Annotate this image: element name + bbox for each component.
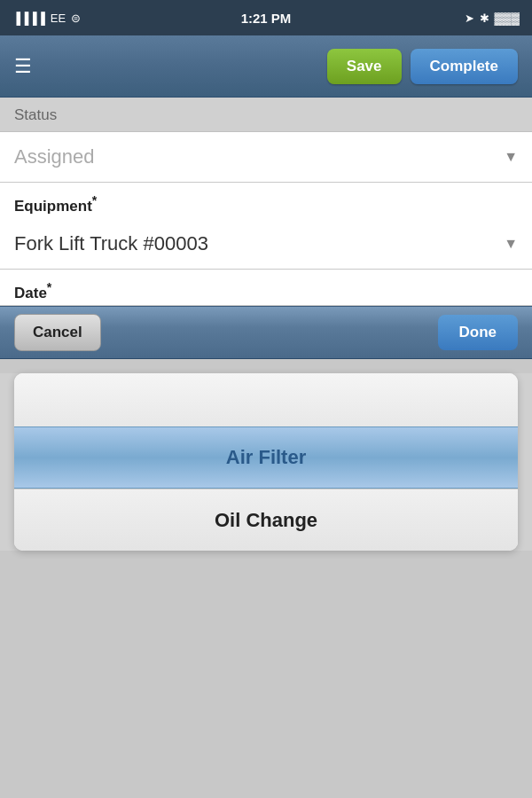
carrier-label: EE xyxy=(51,12,66,25)
nav-buttons: Save Complete xyxy=(327,49,518,84)
menu-icon[interactable]: ☰ xyxy=(14,57,32,76)
picker-item-oil-change[interactable]: Oil Change xyxy=(14,489,518,551)
date-field[interactable]: Date* xyxy=(0,270,532,307)
picker-item-air-filter-label: Air Filter xyxy=(226,446,306,469)
status-bar-right: ➤ ✱ ▓▓▓ xyxy=(465,12,520,25)
battery-icon: ▓▓▓ xyxy=(495,12,520,25)
picker-list: Air Filter Oil Change xyxy=(14,373,518,551)
picker-item-air-filter[interactable]: Air Filter xyxy=(14,426,518,489)
wifi-icon: ⊜ xyxy=(71,12,81,25)
picker-container: Air Filter Oil Change xyxy=(0,373,532,551)
status-dropdown-arrow: ▼ xyxy=(504,149,518,165)
status-bar-time: 1:21 PM xyxy=(241,11,292,26)
status-bar-left: ▐▐▐▐ EE ⊜ xyxy=(12,12,81,25)
status-field[interactable]: Assigned ▼ xyxy=(0,132,532,183)
form-content: Status Assigned ▼ Equipment* Fork Lift T… xyxy=(0,98,532,306)
nav-bar: ☰ Save Complete xyxy=(0,35,532,98)
status-bar: ▐▐▐▐ EE ⊜ 1:21 PM ➤ ✱ ▓▓▓ xyxy=(0,0,532,35)
done-button[interactable]: Done xyxy=(438,315,519,350)
equipment-label: Equipment* xyxy=(0,183,532,219)
equipment-field[interactable]: Equipment* Fork Lift Truck #00003 ▼ xyxy=(0,183,532,270)
save-button[interactable]: Save xyxy=(327,49,402,84)
cancel-button[interactable]: Cancel xyxy=(14,314,101,351)
picker-item-blank xyxy=(14,373,518,426)
status-section-header: Status xyxy=(0,98,532,132)
status-value: Assigned xyxy=(14,145,497,168)
bluetooth-icon: ✱ xyxy=(480,12,489,25)
equipment-value: Fork Lift Truck #00003 xyxy=(14,232,497,255)
signal-bars-icon: ▐▐▐▐ xyxy=(12,12,45,25)
navigation-icon: ➤ xyxy=(465,12,474,25)
date-label: Date* xyxy=(0,270,532,306)
equipment-dropdown-arrow: ▼ xyxy=(504,236,518,252)
picker-item-oil-change-label: Oil Change xyxy=(215,509,317,532)
complete-button[interactable]: Complete xyxy=(411,49,518,84)
picker-toolbar: Cancel Done xyxy=(0,306,532,359)
